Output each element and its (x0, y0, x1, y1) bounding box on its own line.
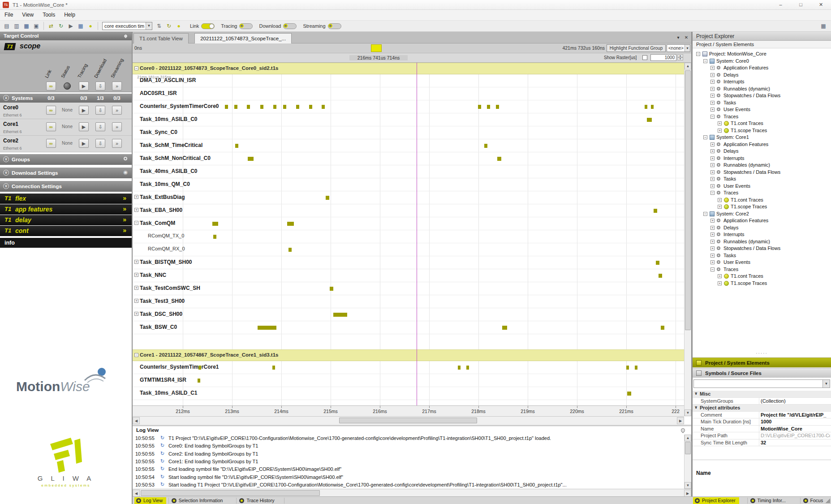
property-value[interactable]: 1000 (761, 419, 830, 424)
tree-item-user-events[interactable]: +User Events (693, 183, 831, 190)
tab-active[interactable]: 20211122_10574873_ScopeTrace_... (194, 33, 292, 43)
collapse-icon[interactable]: − (710, 191, 715, 195)
collapse-icon[interactable]: ∨ (694, 405, 698, 409)
trace-task-row[interactable]: Task_BSW_C0 (133, 321, 684, 334)
trace-task-row[interactable]: CounterIsr_SystemTimerCore1 (133, 361, 684, 374)
collapse-icon[interactable]: − (134, 353, 138, 357)
expand-icon[interactable]: + (134, 286, 138, 290)
expand-icon[interactable]: + (710, 226, 715, 230)
expand-icon[interactable]: + (710, 101, 715, 105)
status-panel-focus-measur-[interactable]: Focus Measur... (801, 497, 831, 504)
streaming-all-button[interactable]: » (112, 82, 122, 90)
scroll-down-icon[interactable]: ▼ (685, 482, 691, 489)
eye-icon[interactable]: ◉ (123, 169, 128, 175)
trace-task-row[interactable]: Task_SchM_NonCritical_C0 (133, 152, 684, 165)
expand-icon[interactable]: + (134, 299, 138, 303)
gear-icon[interactable] (124, 157, 127, 160)
tree-item-runnables-dynamic-[interactable]: +Runnables (dynamic) (693, 238, 831, 246)
print-icon[interactable]: ▣ (32, 22, 41, 30)
status-panel-project-explorer[interactable]: Project Explorer (693, 497, 739, 504)
property-row[interactable]: SystemGroups(Collection) (693, 398, 831, 405)
log-entry[interactable]: 10:50:55↻Core1: End loading SymbolGroups… (133, 458, 675, 465)
t1-cont-banner[interactable]: T1cont» (0, 226, 132, 236)
scroll-thumb[interactable] (141, 490, 320, 496)
tree-item-tasks[interactable]: +Tasks (693, 252, 831, 259)
collapse-icon[interactable]: − (696, 52, 700, 56)
trace-task-row[interactable]: +Task_EBA_SH00 (133, 204, 684, 217)
maximize-button[interactable]: □ (791, 0, 811, 9)
save-icon[interactable]: ▦ (22, 22, 31, 30)
t1-delay-banner[interactable]: T1delay» (0, 215, 132, 225)
trace-vertical-scrollbar[interactable]: ▲▼ (684, 63, 691, 416)
scroll-up-icon[interactable]: ▲ (685, 63, 691, 69)
raster-spinner[interactable]: ▲▼ (677, 54, 683, 61)
property-value[interactable]: D:\VLE\git\vEIP_CORE\1700-Conf (761, 433, 830, 438)
property-value[interactable]: (Collection) (761, 398, 830, 404)
expand-icon[interactable]: + (710, 80, 715, 84)
tree-item-system-core0[interactable]: −System: Core0 (693, 58, 831, 65)
property-value[interactable]: Project file "/d/VLE/git/rEIP_ (761, 412, 830, 418)
tracing-all-button[interactable]: ▶ (79, 82, 89, 90)
chevron-down-icon[interactable]: ▼ (685, 45, 690, 52)
core-streaming-button[interactable]: » (112, 106, 122, 115)
trace-task-row[interactable]: Task_SchM_TimeCritical (133, 139, 684, 152)
info-banner[interactable]: info (0, 238, 132, 248)
expand-icon[interactable]: + (710, 73, 715, 77)
core-link-button[interactable]: ∞ (46, 106, 56, 115)
trace-task-row[interactable]: +Task_NNC (133, 269, 684, 282)
log-entry[interactable]: 10:50:55↻Core0: End loading SymbolGroups… (133, 442, 675, 450)
tree-item-application-features[interactable]: +Application Features (693, 141, 831, 148)
run-icon[interactable]: ▶ (66, 22, 75, 30)
raster-value-input[interactable]: 1000 (650, 54, 676, 61)
expand-icon[interactable]: + (710, 254, 715, 258)
trace-task-row[interactable]: Task_10ms_ASILB_C0 (133, 113, 684, 126)
spin-up-icon[interactable]: ▲ (677, 54, 683, 57)
property-row[interactable]: Project PathD:\VLE\git\vEIP_CORE\1700-Co… (693, 432, 831, 439)
status-tab-trace-history[interactable]: Trace History (237, 497, 278, 504)
tree-item-t1-scope-traces[interactable]: +T1.scope Traces (693, 127, 831, 134)
tree-item-t1-scope-traces[interactable]: +T1.scope Traces (693, 203, 831, 211)
pin-icon[interactable] (680, 427, 686, 433)
collapse-icon[interactable]: − (703, 135, 707, 139)
scroll-thumb[interactable] (685, 442, 691, 454)
trace-task-row[interactable]: Task_10ms_QM_C0 (133, 178, 684, 191)
sort-icon[interactable]: ⇅ (155, 22, 164, 30)
sidebar-section-connection-settings[interactable]: ∨Connection Settings (0, 181, 132, 192)
open-view-icon[interactable]: ▥ (12, 22, 21, 30)
table-view-icon[interactable]: ▦ (76, 22, 85, 30)
link-all-button[interactable]: ∞ (46, 82, 56, 90)
tree-item-runnables-dynamic-[interactable]: +Runnables (dynamic) (693, 162, 831, 169)
expand-icon[interactable]: + (710, 233, 715, 237)
cursor-time-ruler[interactable]: 216ms 741us 714ns Show Raster[us] 1000 ▲… (133, 53, 691, 63)
trace-task-row[interactable]: Task_40ms_ASILB_C0 (133, 165, 684, 178)
expand-icon[interactable]: + (710, 149, 715, 153)
scroll-left-icon[interactable]: ◀ (133, 417, 140, 424)
sidebar-section-download-settings[interactable]: ∨Download Settings◉ (0, 168, 132, 178)
tree-item-application-features[interactable]: +Application Features (693, 217, 831, 224)
property-row[interactable]: NameMotionWise_Core (693, 426, 831, 433)
expand-icon[interactable]: ∨ (3, 183, 9, 189)
chevron-down-icon[interactable]: ▼ (822, 380, 830, 388)
tree-item-application-features[interactable]: +Application Features (693, 65, 831, 72)
tree-item-stopwatches-data-flows[interactable]: +Stopwatches / Data Flows (693, 245, 831, 252)
trace-task-row[interactable]: Task_10ms_ASILD_C1 (133, 387, 684, 400)
download-toggle[interactable] (283, 23, 297, 29)
expand-icon[interactable]: + (710, 142, 715, 146)
expand-icon[interactable]: + (710, 184, 715, 188)
tree-item-traces[interactable]: −Traces (693, 113, 831, 121)
log-entry[interactable]: 10:50:55↻End loading symbol file "D:\VLE… (133, 465, 675, 473)
panel-button-symbols-source-files[interactable]: Symbols / Source Files (693, 368, 831, 378)
status-tab-log-view[interactable]: Log View (134, 497, 166, 504)
core-download-button[interactable]: ⇩ (95, 122, 105, 131)
scroll-thumb[interactable] (685, 70, 691, 330)
property-row[interactable]: Sync Time Bit Length32 (693, 439, 831, 447)
collapse-icon[interactable]: − (703, 59, 707, 63)
tree-item-t1-cont-traces[interactable]: +T1.cont Traces (693, 120, 831, 127)
expand-icon[interactable]: + (718, 129, 722, 133)
element-filter-select[interactable]: ▼ (693, 379, 830, 388)
tree-item-t1-cont-traces[interactable]: +T1.cont Traces (693, 273, 831, 280)
tree-item-interrupts[interactable]: +Interrupts (693, 155, 831, 162)
tree-item-system-core2[interactable]: −System: Core2 (693, 211, 831, 218)
t1-app-features-banner[interactable]: T1app features» (0, 204, 132, 215)
minimize-button[interactable]: – (771, 0, 791, 9)
